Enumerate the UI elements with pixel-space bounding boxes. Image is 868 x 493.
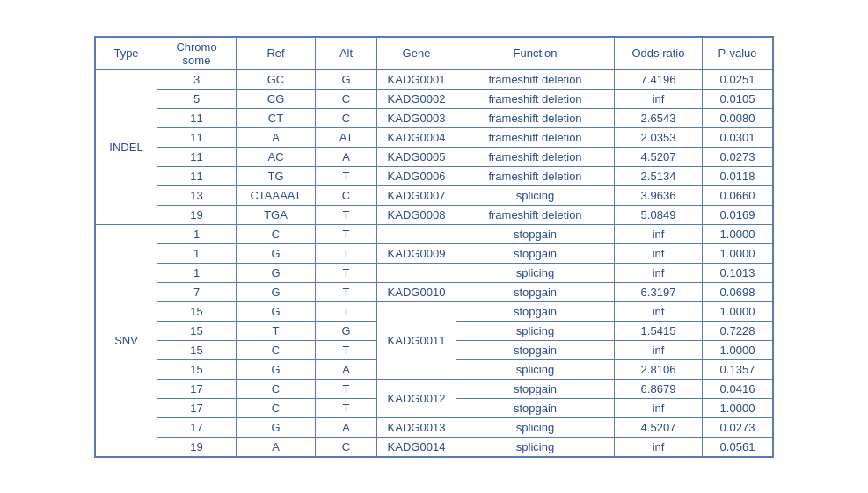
pvalue-cell: 0.0273 bbox=[703, 417, 773, 437]
chrom-cell: 19 bbox=[157, 205, 237, 224]
pvalue-cell: 1.0000 bbox=[703, 340, 773, 359]
chrom-cell: 1 bbox=[157, 263, 237, 282]
odds-cell: 2.8106 bbox=[615, 359, 703, 379]
gene-cell: KADG0013 bbox=[377, 417, 456, 437]
pvalue-cell: 0.0301 bbox=[703, 127, 773, 147]
header-chromosome: Chromosome bbox=[157, 37, 237, 69]
pvalue-cell: 0.0169 bbox=[703, 205, 773, 224]
gene-cell: KADG0002 bbox=[377, 89, 456, 108]
odds-cell: inf bbox=[615, 89, 703, 108]
header-odds-ratio: Odds ratio bbox=[615, 37, 703, 69]
chrom-cell: 5 bbox=[157, 89, 237, 108]
ref-cell: G bbox=[237, 301, 316, 321]
alt-cell: A bbox=[316, 147, 377, 166]
gene-cell: KADG0007 bbox=[377, 185, 456, 205]
ref-cell: T bbox=[237, 321, 316, 340]
alt-cell: G bbox=[316, 321, 377, 340]
odds-cell: inf bbox=[615, 243, 703, 263]
gene-cell: KADG0001 bbox=[377, 69, 456, 89]
pvalue-cell: 0.0105 bbox=[703, 89, 773, 108]
header-gene: Gene bbox=[377, 37, 456, 69]
odds-cell: inf bbox=[615, 340, 703, 359]
gene-cell: KADG0005 bbox=[377, 147, 456, 166]
ref-cell: C bbox=[237, 379, 316, 398]
data-table: Type Chromosome Ref Alt Gene Function Od… bbox=[94, 36, 774, 458]
alt-cell: T bbox=[316, 224, 377, 243]
function-cell: frameshift deletion bbox=[456, 147, 615, 166]
odds-cell: 6.8679 bbox=[615, 379, 703, 398]
ref-cell: G bbox=[237, 359, 316, 379]
pvalue-cell: 0.0118 bbox=[703, 166, 773, 185]
odds-cell: 3.9636 bbox=[615, 185, 703, 205]
gene-cell bbox=[377, 263, 456, 282]
ref-cell: AC bbox=[237, 147, 316, 166]
chrom-cell: 3 bbox=[157, 69, 237, 89]
chrom-cell: 11 bbox=[157, 166, 237, 185]
function-cell: frameshift deletion bbox=[456, 108, 615, 127]
pvalue-cell: 1.0000 bbox=[703, 398, 773, 417]
function-cell: splicing bbox=[456, 437, 615, 456]
odds-cell: inf bbox=[615, 224, 703, 243]
function-cell: splicing bbox=[456, 263, 615, 282]
alt-cell: T bbox=[316, 398, 377, 417]
header-pvalue: P-value bbox=[703, 37, 773, 69]
pvalue-cell: 0.0660 bbox=[703, 185, 773, 205]
pvalue-cell: 0.0698 bbox=[703, 282, 773, 301]
chrom-cell: 15 bbox=[157, 321, 237, 340]
chrom-cell: 7 bbox=[157, 282, 237, 301]
alt-cell: C bbox=[316, 89, 377, 108]
odds-cell: inf bbox=[615, 301, 703, 321]
alt-cell: A bbox=[316, 417, 377, 437]
ref-cell: A bbox=[237, 127, 316, 147]
chrom-cell: 15 bbox=[157, 301, 237, 321]
pvalue-cell: 0.0080 bbox=[703, 108, 773, 127]
odds-cell: 1.5415 bbox=[615, 321, 703, 340]
type-cell-snv: SNV bbox=[96, 224, 157, 456]
chrom-cell: 13 bbox=[157, 185, 237, 205]
gene-cell: KADG0003 bbox=[377, 108, 456, 127]
gene-cell: KADG0004 bbox=[377, 127, 456, 147]
alt-cell: T bbox=[316, 205, 377, 224]
ref-cell: G bbox=[237, 243, 316, 263]
odds-cell: 5.0849 bbox=[615, 205, 703, 224]
function-cell: stopgain bbox=[456, 379, 615, 398]
odds-cell: 2.0353 bbox=[615, 127, 703, 147]
ref-cell: G bbox=[237, 282, 316, 301]
pvalue-cell: 1.0000 bbox=[703, 301, 773, 321]
function-cell: frameshift deletion bbox=[456, 127, 615, 147]
pvalue-cell: 0.1013 bbox=[703, 263, 773, 282]
alt-cell: A bbox=[316, 359, 377, 379]
alt-cell: G bbox=[316, 69, 377, 89]
alt-cell: C bbox=[316, 108, 377, 127]
header-type: Type bbox=[96, 37, 157, 69]
gene-cell: KADG0011 bbox=[377, 301, 456, 379]
gene-cell: KADG0012 bbox=[377, 379, 456, 417]
chrom-cell: 1 bbox=[157, 224, 237, 243]
function-cell: stopgain bbox=[456, 243, 615, 263]
gene-cell: KADG0008 bbox=[377, 205, 456, 224]
function-cell: frameshift deletion bbox=[456, 89, 615, 108]
function-cell: stopgain bbox=[456, 340, 615, 359]
ref-cell: CT bbox=[237, 108, 316, 127]
pvalue-cell: 0.0251 bbox=[703, 69, 773, 89]
gene-cell: KADG0010 bbox=[377, 282, 456, 301]
alt-cell: T bbox=[316, 243, 377, 263]
odds-cell: 7.4196 bbox=[615, 69, 703, 89]
chrom-cell: 19 bbox=[157, 437, 237, 456]
alt-cell: T bbox=[316, 263, 377, 282]
function-cell: stopgain bbox=[456, 282, 615, 301]
header-alt: Alt bbox=[316, 37, 377, 69]
pvalue-cell: 0.1357 bbox=[703, 359, 773, 379]
alt-cell: AT bbox=[316, 127, 377, 147]
ref-cell: GC bbox=[237, 69, 316, 89]
odds-cell: inf bbox=[615, 437, 703, 456]
chrom-cell: 1 bbox=[157, 243, 237, 263]
pvalue-cell: 1.0000 bbox=[703, 224, 773, 243]
function-cell: splicing bbox=[456, 321, 615, 340]
pvalue-cell: 0.0416 bbox=[703, 379, 773, 398]
alt-cell: T bbox=[316, 301, 377, 321]
ref-cell: C bbox=[237, 398, 316, 417]
function-cell: splicing bbox=[456, 359, 615, 379]
function-cell: stopgain bbox=[456, 398, 615, 417]
function-cell: stopgain bbox=[456, 224, 615, 243]
